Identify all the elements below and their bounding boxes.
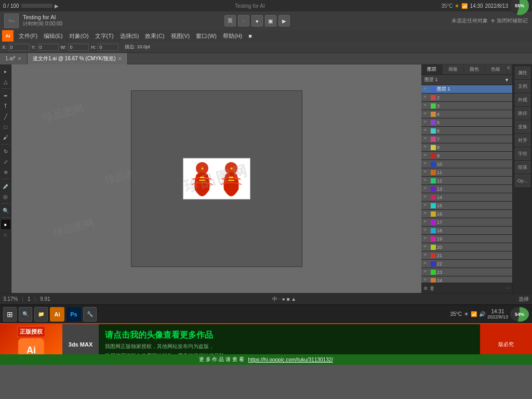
mini-attr[interactable]: 属性: [515, 66, 530, 79]
mini-doc[interactable]: 文档: [515, 80, 530, 92]
menu-text[interactable]: 文字(T): [92, 31, 117, 41]
tool-blend[interactable]: ◎: [1, 192, 10, 201]
panel-add-btn[interactable]: ⊕: [423, 285, 428, 291]
layer-item[interactable]: 👁3: [421, 102, 512, 110]
layer-item[interactable]: 👁8: [421, 143, 512, 152]
h-field[interactable]: [98, 44, 118, 51]
taskbar-files[interactable]: 📁: [34, 307, 48, 322]
layer-eye-icon[interactable]: 👁: [423, 236, 430, 242]
toolbar-btn-play[interactable]: ▶: [278, 15, 290, 26]
y-field[interactable]: [38, 44, 59, 51]
layer-item[interactable]: 👁17: [421, 218, 512, 227]
menu-object[interactable]: 对象(O): [66, 31, 92, 41]
layer-eye-icon[interactable]: 👁: [423, 95, 430, 100]
tool-stroke[interactable]: □: [1, 230, 10, 240]
layer-item[interactable]: 👁12: [421, 177, 512, 185]
panel-options-btn[interactable]: ⋯: [505, 285, 510, 291]
tool-line[interactable]: ╱: [1, 112, 10, 121]
x-field[interactable]: [9, 44, 30, 51]
layer-eye-icon[interactable]: 👁: [423, 278, 430, 283]
taskbar-ps-icon[interactable]: Ps: [66, 307, 81, 322]
tool-scale[interactable]: ⤢: [1, 157, 10, 166]
tool-type[interactable]: T: [1, 101, 10, 111]
panel-tab-color[interactable]: 颜色: [464, 64, 485, 74]
toolbar-btn-ying[interactable]: 英: [224, 15, 236, 26]
layer-item[interactable]: 👁图层 1: [421, 85, 512, 94]
menu-view[interactable]: 视图(V): [168, 31, 193, 41]
tab-2[interactable]: 道文件1.ai @ 16.67 % (CMYK/预览) ✕: [28, 53, 128, 64]
layer-eye-icon[interactable]: 👁: [423, 112, 430, 117]
start-btn[interactable]: ⊞: [3, 307, 17, 322]
layer-eye-icon[interactable]: 👁: [423, 120, 430, 125]
w-field[interactable]: [68, 44, 89, 51]
tab-1[interactable]: 1.ai* ✕: [0, 53, 28, 64]
arrow-icon[interactable]: ▶: [55, 3, 59, 9]
toolbar-btn-dot[interactable]: ·: [238, 15, 249, 26]
layer-item[interactable]: 👁21: [421, 251, 512, 260]
layers-collapse-icon[interactable]: ▼: [504, 77, 509, 83]
layer-item[interactable]: 👁23: [421, 268, 512, 276]
mini-appear[interactable]: 外观: [515, 94, 530, 106]
layer-eye-icon[interactable]: 👁: [423, 87, 430, 92]
layer-item[interactable]: 👁18: [421, 227, 512, 235]
mini-char[interactable]: 字符: [515, 148, 530, 160]
panel-tab-swatch[interactable]: 色板: [485, 64, 507, 74]
taskbar-ai-icon[interactable]: Ai: [50, 307, 64, 322]
layer-item[interactable]: 👁6: [421, 127, 512, 135]
layer-eye-icon[interactable]: 👁: [423, 228, 430, 233]
layer-eye-icon[interactable]: 👁: [423, 270, 430, 275]
mini-para[interactable]: 段落: [515, 161, 530, 174]
tool-paintbrush[interactable]: 🖌: [1, 132, 10, 142]
layer-eye-icon[interactable]: 👁: [423, 261, 430, 267]
layer-item[interactable]: 👁2: [421, 94, 512, 102]
layer-item[interactable]: 👁24: [421, 276, 512, 283]
panel-tab-artboard[interactable]: 画板: [443, 64, 464, 74]
layer-item[interactable]: 👁20: [421, 243, 512, 251]
panel-tab-layers[interactable]: 图层: [421, 64, 443, 74]
tab-1-close[interactable]: ✕: [18, 56, 22, 61]
layer-eye-icon[interactable]: 👁: [423, 253, 430, 258]
ai-app-icon[interactable]: Ai: [2, 30, 14, 42]
taskbar-extra[interactable]: 🔧: [83, 307, 97, 322]
layer-eye-icon[interactable]: 👁: [423, 170, 430, 175]
tool-fill[interactable]: ■: [1, 220, 10, 229]
layer-eye-icon[interactable]: 👁: [423, 162, 430, 167]
tab-2-close[interactable]: ✕: [118, 56, 122, 61]
layer-item[interactable]: 👁7: [421, 135, 512, 143]
menu-effect[interactable]: 效果(C): [142, 31, 167, 41]
mini-transform[interactable]: 变换: [515, 121, 530, 133]
layer-item[interactable]: 👁9: [421, 152, 512, 160]
mini-align[interactable]: 对齐: [515, 134, 530, 147]
layer-eye-icon[interactable]: 👁: [423, 195, 430, 200]
layer-eye-icon[interactable]: 👁: [423, 220, 430, 225]
layer-eye-icon[interactable]: 👁: [423, 153, 430, 158]
layer-item[interactable]: 👁10: [421, 160, 512, 168]
tool-pen[interactable]: ✒: [1, 91, 10, 100]
layer-eye-icon[interactable]: 👁: [423, 103, 430, 109]
layer-item[interactable]: 👁4: [421, 110, 512, 118]
layer-item[interactable]: 👁5: [421, 118, 512, 127]
menu-edit[interactable]: 编辑(E): [41, 31, 66, 41]
layer-item[interactable]: 👁13: [421, 185, 512, 193]
menu-help[interactable]: 帮助(H): [220, 31, 245, 41]
layer-eye-icon[interactable]: 👁: [423, 137, 430, 142]
layer-eye-icon[interactable]: 👁: [423, 145, 430, 150]
layer-eye-icon[interactable]: 👁: [423, 128, 430, 134]
layer-eye-icon[interactable]: 👁: [423, 203, 430, 208]
menu-window[interactable]: 窗口(W): [193, 31, 220, 41]
menu-select[interactable]: 选择(S): [117, 31, 142, 41]
layer-item[interactable]: 👁15: [421, 202, 512, 210]
layer-eye-icon[interactable]: 👁: [423, 211, 430, 217]
layer-item[interactable]: 👁22: [421, 260, 512, 268]
layer-item[interactable]: 👁16: [421, 210, 512, 218]
tool-direct-select[interactable]: △: [1, 77, 10, 86]
tool-select[interactable]: ▸: [1, 66, 10, 76]
toolbar-btn-record[interactable]: ●: [251, 15, 263, 26]
layer-item[interactable]: 👁19: [421, 235, 512, 243]
tool-eyedropper[interactable]: 💉: [1, 181, 10, 191]
panel-delete-btn[interactable]: 🗑: [430, 285, 435, 291]
menu-file[interactable]: 文件(F): [16, 31, 41, 41]
mini-path[interactable]: 路径: [515, 107, 530, 119]
layer-item[interactable]: 👁11: [421, 168, 512, 177]
tool-rect[interactable]: □: [1, 122, 10, 131]
